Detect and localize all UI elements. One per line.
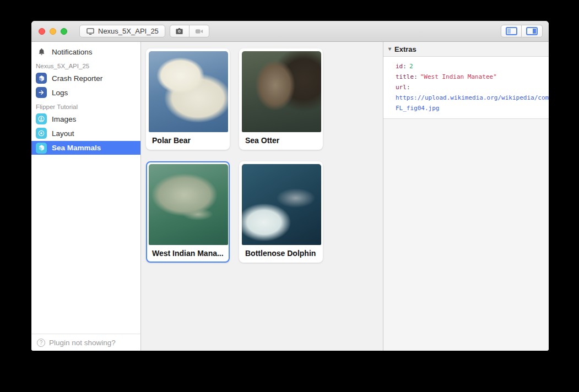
traffic-lights: [39, 28, 67, 35]
json-url-line2: FL_fig04.jpg: [396, 103, 549, 113]
flipper-window: Nexus_5X_API_25: [31, 21, 549, 351]
plugin-help-label: Plugin not showing?: [49, 339, 116, 347]
card-title: Sea Otter: [242, 132, 320, 149]
json-separator: :: [407, 84, 410, 91]
json-separator: :: [403, 63, 407, 70]
monitor-icon: [86, 28, 95, 35]
zoom-button[interactable]: [61, 28, 67, 35]
question-circle-icon: ?: [37, 339, 45, 347]
card-title: West Indian Mana...: [149, 245, 227, 262]
json-separator: :: [414, 73, 418, 80]
card-title: Bottlenose Dolphin: [242, 245, 320, 262]
video-camera-icon: [194, 28, 204, 35]
sidebar-item-label: Images: [52, 115, 76, 123]
json-value: "West Indian Manatee": [420, 73, 497, 80]
arrow-right-icon: [36, 87, 47, 98]
camera-icon: [175, 27, 184, 35]
extras-title: Extras: [394, 45, 416, 53]
sidebar-item-crash-reporter[interactable]: Crash Reporter: [31, 71, 140, 85]
sidebar-item-label: Crash Reporter: [52, 74, 102, 83]
json-key: title: [396, 73, 414, 80]
cube-icon: [36, 143, 47, 154]
extras-panel: ▾ Extras id:2 title:"West Indian Manatee…: [383, 42, 549, 351]
sidebar-item-label: Sea Mammals: [52, 144, 101, 152]
sidebar-item-images[interactable]: Images: [31, 112, 140, 126]
toggle-left-sidebar-button[interactable]: [501, 25, 522, 37]
card-polar-bear[interactable]: Polar Bear: [146, 48, 230, 150]
extras-empty-area: [383, 119, 549, 351]
close-button[interactable]: [39, 28, 45, 35]
window-body: Notifications Nexus_5X_API_25 Crash Repo…: [31, 42, 549, 351]
record-button[interactable]: [190, 25, 209, 37]
manatee-photo: [149, 164, 228, 245]
plugin-help-link[interactable]: ? Plugin not showing?: [31, 334, 140, 351]
panel-right-icon: [526, 27, 538, 35]
json-key: id: [396, 63, 403, 70]
device-selector-button[interactable]: Nexus_5X_API_25: [79, 25, 165, 37]
sidebar-item-label: Notifications: [52, 48, 93, 56]
toolbar: Nexus_5X_API_25: [31, 21, 549, 42]
sea-otter-photo: [242, 51, 321, 132]
capture-button-group: [170, 25, 209, 37]
card-west-indian-manatee[interactable]: West Indian Mana...: [146, 161, 230, 263]
sidebar-section-device: Nexus_5X_API_25: [31, 59, 140, 71]
dolphin-photo: [242, 164, 321, 245]
plugin-content: Polar Bear Sea Otter West Indian Mana...…: [141, 42, 383, 351]
extras-data-inspector: id:2 title:"West Indian Manatee" url: ht…: [383, 57, 549, 119]
card-sea-otter[interactable]: Sea Otter: [239, 48, 323, 150]
url-link[interactable]: FL_fig04.jpg: [396, 105, 439, 112]
card-bottlenose-dolphin[interactable]: Bottlenose Dolphin: [239, 161, 323, 263]
sidebar-item-label: Logs: [52, 89, 68, 97]
sidebar-item-sea-mammals[interactable]: Sea Mammals: [31, 141, 140, 155]
card-title: Polar Bear: [149, 132, 227, 149]
json-row-title: title:"West Indian Manatee": [396, 72, 549, 82]
bell-icon: [36, 47, 47, 56]
json-value: 2: [409, 63, 413, 70]
extras-header[interactable]: ▾ Extras: [383, 42, 549, 57]
sidebar-item-layout[interactable]: Layout: [31, 126, 140, 140]
sidebar-item-label: Layout: [52, 129, 74, 138]
triangle-down-icon: ▾: [388, 46, 391, 52]
toggle-right-sidebar-button[interactable]: [522, 25, 543, 37]
cube-icon: [36, 73, 47, 84]
json-url-line1: https://upload.wikimedia.org/wikipedia/c…: [396, 92, 549, 103]
card-grid: Polar Bear Sea Otter West Indian Mana...…: [146, 48, 383, 263]
device-name: Nexus_5X_API_25: [98, 27, 159, 35]
polar-bear-photo: [149, 51, 228, 132]
sidebar-section-tutorial: Flipper Tutorial: [31, 100, 140, 112]
url-link[interactable]: https://upload.wikimedia.org/wikipedia/c…: [396, 94, 549, 101]
avatar-icon: [36, 113, 47, 124]
json-row-id: id:2: [396, 61, 549, 72]
sidebar: Notifications Nexus_5X_API_25 Crash Repo…: [31, 42, 141, 351]
target-icon: [36, 128, 47, 139]
sidebar-item-notifications[interactable]: Notifications: [31, 45, 140, 59]
panel-toggle-group: [501, 25, 543, 37]
panel-left-icon: [506, 27, 517, 35]
json-row-url: url:: [396, 82, 549, 92]
json-key: url: [396, 84, 407, 91]
minimize-button[interactable]: [50, 28, 56, 35]
sidebar-item-logs[interactable]: Logs: [31, 85, 140, 100]
screenshot-button[interactable]: [170, 25, 190, 37]
